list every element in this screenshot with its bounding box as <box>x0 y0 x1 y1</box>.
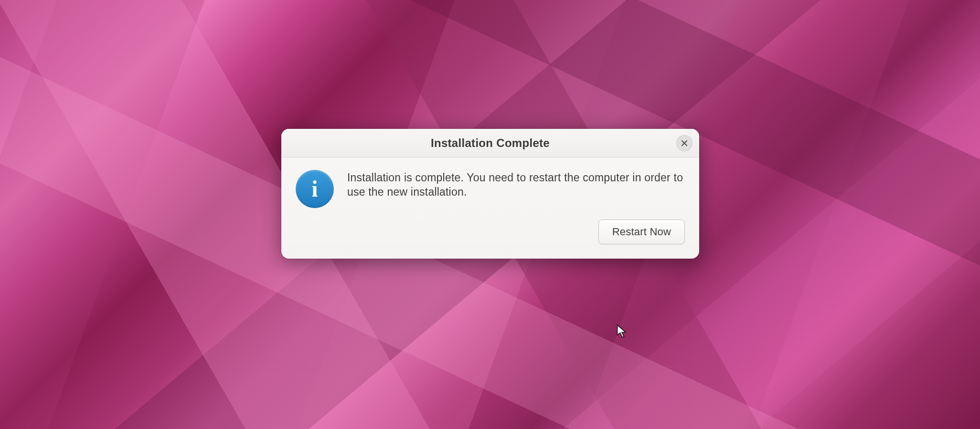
dialog-message: Installation is complete. You need to re… <box>347 170 685 199</box>
info-glyph: i <box>311 178 318 200</box>
dialog-body: i Installation is complete. You need to … <box>281 157 699 216</box>
info-icon: i <box>296 170 334 208</box>
dialog-actions: Restart Now <box>281 216 699 259</box>
installation-complete-dialog: Installation Complete i Installation is … <box>281 129 699 259</box>
restart-now-button[interactable]: Restart Now <box>598 220 685 244</box>
close-icon <box>681 139 688 147</box>
close-button[interactable] <box>676 135 692 151</box>
dialog-titlebar[interactable]: Installation Complete <box>281 129 699 157</box>
dialog-title: Installation Complete <box>431 136 550 150</box>
